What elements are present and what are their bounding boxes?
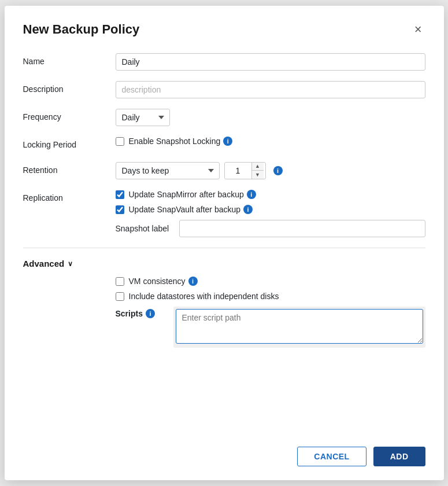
advanced-label: Advanced (23, 259, 65, 268)
retention-value-input[interactable] (225, 163, 251, 179)
description-control (116, 81, 425, 98)
script-path-textarea[interactable] (176, 309, 423, 344)
retention-select[interactable]: Days to keep Weeks to keep Months to kee… (116, 162, 220, 179)
vm-consistency-label: VM consistency (129, 277, 186, 286)
advanced-chevron-icon: ∨ (68, 260, 73, 268)
vm-consistency-checkbox[interactable] (116, 277, 124, 286)
snapmirror-row: Update SnapMirror after backup i (116, 190, 425, 199)
frequency-select-wrapper: Daily Weekly Monthly (116, 109, 170, 126)
retention-input-row: Days to keep Weeks to keep Months to kee… (116, 162, 425, 179)
frequency-select[interactable]: Daily Weekly Monthly (116, 109, 170, 126)
advanced-header[interactable]: Advanced ∨ (23, 259, 425, 268)
include-datastores-checkbox[interactable] (116, 292, 124, 301)
description-input[interactable] (116, 81, 425, 98)
dialog-header: New Backup Policy × (23, 22, 425, 37)
scripts-label-text: Scripts (116, 309, 143, 318)
snapmirror-info-icon: i (247, 190, 256, 199)
retention-control: Days to keep Weeks to keep Months to kee… (116, 162, 425, 179)
advanced-section: Advanced ∨ VM consistency i Include (23, 259, 425, 348)
advanced-inner: VM consistency i Include datastores with… (23, 277, 425, 348)
enable-snapshot-locking-checkbox[interactable] (116, 137, 124, 146)
update-snapmirror-checkbox[interactable] (116, 190, 124, 199)
replication-control: Update SnapMirror after backup i Update … (116, 190, 425, 237)
dialog-title: New Backup Policy (23, 22, 140, 37)
form-body: Name Description Frequency Daily Weekly … (23, 53, 425, 435)
retention-spinner: ▲ ▼ (224, 162, 266, 179)
name-control (116, 53, 425, 71)
snapvault-info-icon: i (243, 205, 253, 214)
enable-snapshot-locking-row: Enable Snapshot Locking i (116, 137, 425, 146)
name-label: Name (23, 53, 116, 66)
frequency-label: Frequency (23, 109, 116, 122)
retention-label: Retention (23, 162, 116, 175)
section-divider (23, 248, 425, 248)
retention-info-icon: i (273, 166, 283, 175)
scripts-label: Scripts i (116, 307, 173, 318)
cancel-button[interactable]: CANCEL (297, 447, 366, 466)
vm-consistency-row: VM consistency i (116, 277, 425, 286)
spinner-buttons: ▲ ▼ (251, 163, 264, 179)
add-button[interactable]: ADD (373, 447, 425, 466)
update-snapvault-label: Update SnapVault after backup (129, 205, 241, 214)
enable-snapshot-locking-label: Enable Snapshot Locking (129, 137, 221, 146)
retention-row: Retention Days to keep Weeks to keep Mon… (23, 162, 425, 179)
snapshot-label-row: Snapshot label (116, 220, 425, 237)
update-snapmirror-label: Update SnapMirror after backup (129, 190, 244, 199)
locking-period-label: Locking Period (23, 137, 116, 149)
description-row: Description (23, 81, 425, 98)
include-datastores-row: Include datastores with independent disk… (116, 292, 425, 301)
locking-period-control: Enable Snapshot Locking i (116, 137, 425, 152)
frequency-control: Daily Weekly Monthly (116, 109, 425, 126)
description-label: Description (23, 81, 116, 94)
dialog-footer: CANCEL ADD (23, 435, 425, 466)
name-input[interactable] (116, 53, 425, 71)
scripts-row: Scripts i (116, 307, 425, 348)
snapshot-label-text: Snapshot label (116, 224, 179, 233)
retention-select-wrapper: Days to keep Weeks to keep Months to kee… (116, 162, 220, 179)
advanced-fields: VM consistency i Include datastores with… (116, 277, 425, 348)
snapshot-locking-info-icon: i (223, 137, 232, 146)
frequency-row: Frequency Daily Weekly Monthly (23, 109, 425, 126)
spinner-down-button[interactable]: ▼ (252, 171, 264, 179)
scripts-info-icon: i (146, 309, 155, 318)
close-button[interactable]: × (411, 22, 425, 37)
vm-consistency-info-icon: i (188, 277, 198, 286)
include-datastores-label: Include datastores with independent disk… (129, 292, 279, 301)
new-backup-policy-dialog: New Backup Policy × Name Description Fre… (5, 6, 444, 480)
spinner-up-button[interactable]: ▲ (252, 163, 264, 171)
snapvault-row: Update SnapVault after backup i (116, 205, 425, 214)
replication-label: Replication (23, 190, 116, 203)
name-row: Name (23, 53, 425, 71)
replication-row: Replication Update SnapMirror after back… (23, 190, 425, 237)
locking-period-row: Locking Period Enable Snapshot Locking i (23, 137, 425, 152)
script-textarea-wrapper (173, 307, 425, 348)
advanced-content: VM consistency i Include datastores with… (23, 277, 425, 348)
snapshot-label-input[interactable] (179, 220, 425, 237)
update-snapvault-checkbox[interactable] (116, 205, 124, 214)
